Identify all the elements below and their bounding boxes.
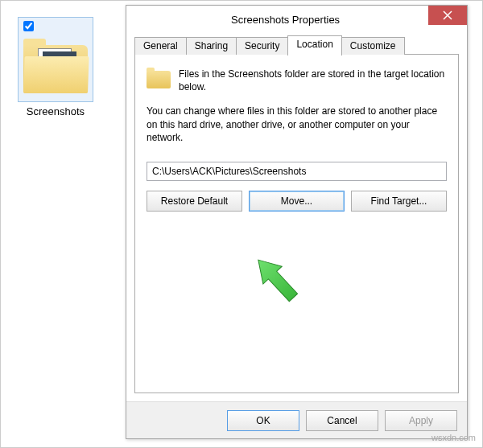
apply-button[interactable]: Apply [385,410,457,431]
titlebar[interactable]: Screenshots Properties [126,6,467,33]
desktop-folder-area: Screenshots [7,17,104,117]
action-button-row: Restore Default Move... Find Target... [147,191,447,212]
description-text: You can change where files in this folde… [147,105,447,144]
ok-button[interactable]: OK [227,410,299,431]
move-button[interactable]: Move... [249,191,345,212]
tab-sharing[interactable]: Sharing [186,37,237,55]
folder-caption[interactable]: Screenshots [7,105,104,117]
watermark: wsxdn.com [431,433,476,442]
close-icon [443,10,452,20]
tab-security[interactable]: Security [236,37,288,55]
folder-selection[interactable] [18,17,93,102]
properties-dialog: Screenshots Properties General Sharing S… [126,5,468,439]
location-path-input[interactable] [147,162,447,181]
tab-customize[interactable]: Customize [341,37,405,55]
folder-icon[interactable] [23,37,88,93]
close-button[interactable] [428,6,467,25]
dialog-title: Screenshots Properties [231,14,340,26]
tab-content-location: Files in the Screenshots folder are stor… [134,55,459,393]
info-text: Files in the Screenshots folder are stor… [179,68,447,93]
folder-checkbox[interactable] [23,21,34,31]
find-target-button[interactable]: Find Target... [351,191,447,212]
dialog-body: General Sharing Security Location Custom… [126,33,467,401]
tab-general[interactable]: General [134,37,187,55]
folder-small-icon [147,68,171,88]
restore-default-button[interactable]: Restore Default [147,191,242,212]
cancel-button[interactable]: Cancel [306,410,378,431]
tab-location[interactable]: Location [287,35,341,55]
tab-strip: General Sharing Security Location Custom… [134,35,459,55]
dialog-footer: OK Cancel Apply [126,401,467,438]
